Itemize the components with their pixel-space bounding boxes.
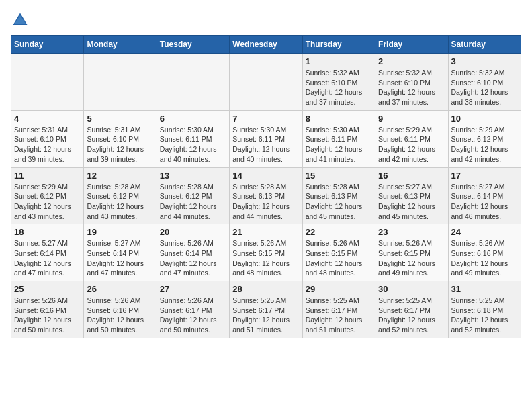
calendar-day-cell: 8Sunrise: 5:30 AM Sunset: 6:11 PM Daylig… — [302, 110, 375, 167]
calendar-day-cell: 4Sunrise: 5:31 AM Sunset: 6:10 PM Daylig… — [11, 110, 84, 167]
calendar-day-cell: 9Sunrise: 5:29 AM Sunset: 6:11 PM Daylig… — [375, 110, 448, 167]
logo-icon — [11, 11, 30, 30]
day-number: 8 — [306, 113, 372, 124]
calendar-day-cell: 11Sunrise: 5:29 AM Sunset: 6:12 PM Dayli… — [11, 167, 84, 224]
calendar-day-cell — [157, 54, 229, 111]
calendar-day-cell: 24Sunrise: 5:26 AM Sunset: 6:16 PM Dayli… — [448, 224, 521, 281]
calendar-header-thursday: Thursday — [302, 36, 375, 54]
day-info: Sunrise: 5:30 AM Sunset: 6:11 PM Dayligh… — [160, 125, 226, 165]
calendar-day-cell: 15Sunrise: 5:28 AM Sunset: 6:13 PM Dayli… — [302, 167, 375, 224]
calendar-day-cell: 2Sunrise: 5:32 AM Sunset: 6:10 PM Daylig… — [375, 54, 448, 111]
day-info: Sunrise: 5:26 AM Sunset: 6:16 PM Dayligh… — [451, 238, 518, 278]
calendar-day-cell: 18Sunrise: 5:27 AM Sunset: 6:14 PM Dayli… — [11, 224, 84, 281]
calendar-day-cell: 21Sunrise: 5:26 AM Sunset: 6:15 PM Dayli… — [230, 224, 302, 281]
calendar-header-tuesday: Tuesday — [157, 36, 229, 54]
day-number: 26 — [87, 284, 153, 294]
calendar-header-sunday: Sunday — [11, 36, 84, 54]
day-number: 10 — [451, 113, 518, 124]
day-number: 13 — [160, 171, 226, 181]
calendar-day-cell: 22Sunrise: 5:26 AM Sunset: 6:15 PM Dayli… — [302, 224, 375, 281]
day-number: 22 — [306, 227, 372, 237]
calendar-day-cell: 17Sunrise: 5:27 AM Sunset: 6:14 PM Dayli… — [448, 167, 521, 224]
day-number: 6 — [160, 113, 226, 124]
calendar-day-cell — [84, 54, 157, 111]
calendar-table: SundayMondayTuesdayWednesdayThursdayFrid… — [11, 35, 521, 338]
day-number: 9 — [378, 113, 445, 124]
calendar-day-cell: 20Sunrise: 5:26 AM Sunset: 6:14 PM Dayli… — [157, 224, 229, 281]
day-info: Sunrise: 5:25 AM Sunset: 6:17 PM Dayligh… — [232, 295, 299, 335]
calendar-header-friday: Friday — [375, 36, 448, 54]
day-info: Sunrise: 5:32 AM Sunset: 6:10 PM Dayligh… — [451, 68, 518, 107]
calendar-day-cell: 13Sunrise: 5:28 AM Sunset: 6:12 PM Dayli… — [157, 167, 229, 224]
day-number: 20 — [160, 227, 226, 237]
day-number: 5 — [87, 113, 153, 124]
calendar-day-cell: 5Sunrise: 5:31 AM Sunset: 6:10 PM Daylig… — [84, 110, 157, 167]
day-info: Sunrise: 5:25 AM Sunset: 6:18 PM Dayligh… — [451, 295, 518, 335]
calendar-day-cell — [230, 54, 302, 111]
calendar-week-row: 1Sunrise: 5:32 AM Sunset: 6:10 PM Daylig… — [11, 54, 521, 111]
day-info: Sunrise: 5:29 AM Sunset: 6:12 PM Dayligh… — [14, 182, 81, 222]
day-number: 30 — [378, 284, 445, 294]
calendar-week-row: 18Sunrise: 5:27 AM Sunset: 6:14 PM Dayli… — [11, 224, 521, 281]
calendar-day-cell: 31Sunrise: 5:25 AM Sunset: 6:18 PM Dayli… — [448, 281, 521, 338]
day-info: Sunrise: 5:26 AM Sunset: 6:16 PM Dayligh… — [87, 295, 153, 335]
day-info: Sunrise: 5:25 AM Sunset: 6:17 PM Dayligh… — [306, 295, 372, 335]
calendar-week-row: 25Sunrise: 5:26 AM Sunset: 6:16 PM Dayli… — [11, 281, 521, 338]
calendar-header-saturday: Saturday — [448, 36, 521, 54]
day-number: 31 — [451, 284, 518, 294]
calendar-day-cell: 30Sunrise: 5:25 AM Sunset: 6:17 PM Dayli… — [375, 281, 448, 338]
calendar-day-cell: 12Sunrise: 5:28 AM Sunset: 6:12 PM Dayli… — [84, 167, 157, 224]
day-info: Sunrise: 5:27 AM Sunset: 6:13 PM Dayligh… — [378, 182, 445, 222]
day-info: Sunrise: 5:29 AM Sunset: 6:12 PM Dayligh… — [451, 125, 518, 165]
day-info: Sunrise: 5:32 AM Sunset: 6:10 PM Dayligh… — [306, 68, 372, 107]
calendar-day-cell: 14Sunrise: 5:28 AM Sunset: 6:13 PM Dayli… — [230, 167, 302, 224]
day-info: Sunrise: 5:26 AM Sunset: 6:17 PM Dayligh… — [160, 295, 226, 335]
day-info: Sunrise: 5:28 AM Sunset: 6:13 PM Dayligh… — [232, 182, 299, 222]
day-number: 4 — [14, 113, 81, 124]
day-number: 16 — [378, 171, 445, 181]
calendar-day-cell: 29Sunrise: 5:25 AM Sunset: 6:17 PM Dayli… — [302, 281, 375, 338]
calendar-day-cell: 23Sunrise: 5:26 AM Sunset: 6:15 PM Dayli… — [375, 224, 448, 281]
day-number: 28 — [232, 284, 299, 294]
day-number: 23 — [378, 227, 445, 237]
day-info: Sunrise: 5:26 AM Sunset: 6:14 PM Dayligh… — [160, 238, 226, 278]
day-info: Sunrise: 5:27 AM Sunset: 6:14 PM Dayligh… — [451, 182, 518, 222]
day-number: 15 — [306, 171, 372, 181]
day-number: 1 — [306, 56, 372, 66]
day-info: Sunrise: 5:30 AM Sunset: 6:11 PM Dayligh… — [232, 125, 299, 165]
calendar-day-cell: 7Sunrise: 5:30 AM Sunset: 6:11 PM Daylig… — [230, 110, 302, 167]
calendar-header-wednesday: Wednesday — [230, 36, 302, 54]
calendar-day-cell: 6Sunrise: 5:30 AM Sunset: 6:11 PM Daylig… — [157, 110, 229, 167]
day-info: Sunrise: 5:28 AM Sunset: 6:12 PM Dayligh… — [87, 182, 153, 222]
day-number: 21 — [232, 227, 299, 237]
day-info: Sunrise: 5:26 AM Sunset: 6:15 PM Dayligh… — [232, 238, 299, 278]
day-info: Sunrise: 5:25 AM Sunset: 6:17 PM Dayligh… — [378, 295, 445, 335]
calendar-day-cell — [11, 54, 84, 111]
day-number: 3 — [451, 56, 518, 66]
calendar-day-cell: 19Sunrise: 5:27 AM Sunset: 6:14 PM Dayli… — [84, 224, 157, 281]
day-info: Sunrise: 5:30 AM Sunset: 6:11 PM Dayligh… — [306, 125, 372, 165]
calendar-day-cell: 10Sunrise: 5:29 AM Sunset: 6:12 PM Dayli… — [448, 110, 521, 167]
calendar-day-cell: 26Sunrise: 5:26 AM Sunset: 6:16 PM Dayli… — [84, 281, 157, 338]
day-number: 2 — [378, 56, 445, 66]
calendar-week-row: 4Sunrise: 5:31 AM Sunset: 6:10 PM Daylig… — [11, 110, 521, 167]
calendar-day-cell: 1Sunrise: 5:32 AM Sunset: 6:10 PM Daylig… — [302, 54, 375, 111]
day-number: 7 — [232, 113, 299, 124]
calendar-header-row: SundayMondayTuesdayWednesdayThursdayFrid… — [11, 36, 521, 54]
calendar-day-cell: 28Sunrise: 5:25 AM Sunset: 6:17 PM Dayli… — [230, 281, 302, 338]
calendar-header-monday: Monday — [84, 36, 157, 54]
day-info: Sunrise: 5:26 AM Sunset: 6:15 PM Dayligh… — [378, 238, 445, 278]
day-number: 12 — [87, 171, 153, 181]
day-info: Sunrise: 5:27 AM Sunset: 6:14 PM Dayligh… — [14, 238, 81, 278]
logo — [11, 11, 32, 30]
calendar-day-cell: 25Sunrise: 5:26 AM Sunset: 6:16 PM Dayli… — [11, 281, 84, 338]
day-number: 27 — [160, 284, 226, 294]
day-info: Sunrise: 5:31 AM Sunset: 6:10 PM Dayligh… — [14, 125, 81, 165]
day-number: 25 — [14, 284, 81, 294]
day-number: 19 — [87, 227, 153, 237]
calendar-week-row: 11Sunrise: 5:29 AM Sunset: 6:12 PM Dayli… — [11, 167, 521, 224]
page-header — [11, 11, 521, 30]
day-info: Sunrise: 5:32 AM Sunset: 6:10 PM Dayligh… — [378, 68, 445, 107]
calendar-day-cell: 3Sunrise: 5:32 AM Sunset: 6:10 PM Daylig… — [448, 54, 521, 111]
day-info: Sunrise: 5:28 AM Sunset: 6:13 PM Dayligh… — [306, 182, 372, 222]
